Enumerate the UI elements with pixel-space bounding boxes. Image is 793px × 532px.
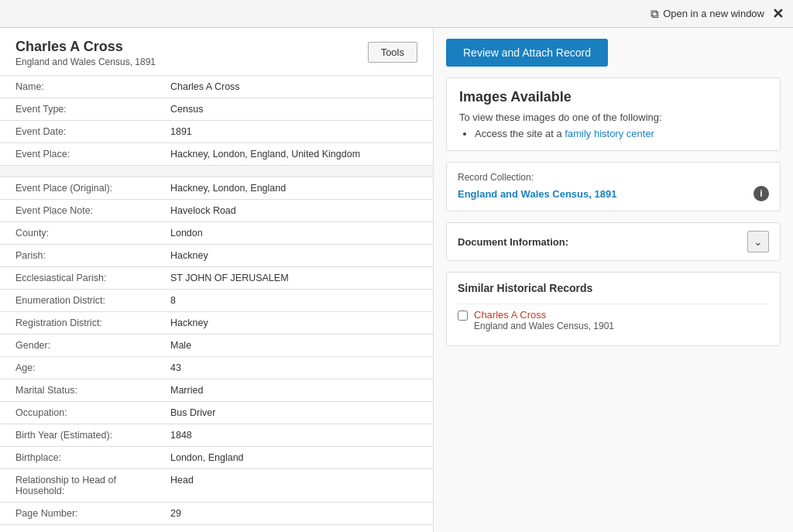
row-value: Charles A Cross [155,76,433,98]
row-label: Event Place: [0,143,155,166]
similar-record-content: Charles A Cross England and Wales Census… [474,309,614,331]
images-available-box: Images Available To view these images do… [446,77,781,151]
table-row: Page Number: 29 [0,503,433,525]
row-label: Parish: [0,245,155,267]
table-row: Name: Charles A Cross [0,76,433,98]
row-label: Gender: [0,335,155,357]
similar-record-item: Charles A Cross England and Wales Census… [458,304,769,336]
open-window-label: Open in a new window [663,8,764,19]
row-value: ST JOHN OF JERUSALEM [155,267,433,290]
images-available-title: Images Available [459,89,767,105]
row-value: London [155,222,433,245]
row-label: Event Place Note: [0,200,155,222]
row-value: Hackney [155,245,433,267]
row-value: Havelock Road [155,200,433,222]
record-table: Name: Charles A Cross Event Type: Census… [0,75,433,532]
similar-record-name[interactable]: Charles A Cross [474,309,614,321]
row-value: London, England [155,447,433,469]
collection-link[interactable]: England and Wales Census, 1891 [458,188,616,200]
row-value: Married [155,379,433,402]
review-attach-button[interactable]: Review and Attach Record [446,39,608,67]
row-value: Head [155,469,433,503]
row-label: Event Type: [0,98,155,121]
similar-record-checkbox[interactable] [458,311,468,321]
row-label: Age: [0,357,155,379]
table-row: Ecclesiastical Parish: ST JOHN OF JERUSA… [0,267,433,290]
table-row: Registration Number: RG12 [0,525,433,533]
bullet-text: Access the site at a [475,128,565,139]
table-row: Event Place (Original): Hackney, London,… [0,177,433,200]
row-value: Male [155,335,433,357]
row-label: Birthplace: [0,447,155,469]
images-list-item: Access the site at a family history cent… [475,128,767,139]
person-info: Charles A Cross England and Wales Census… [15,39,156,67]
open-in-new-window-button[interactable]: ⧉ Open in a new window [651,7,764,21]
row-value: Hackney, London, England, United Kingdom [155,143,433,166]
top-bar: ⧉ Open in a new window ✕ [0,0,793,28]
row-label: County: [0,222,155,245]
table-row: Event Place: Hackney, London, England, U… [0,143,433,166]
table-row: Birthplace: London, England [0,447,433,469]
record-collection-box: Record Collection: England and Wales Cen… [446,162,781,211]
table-row: Marital Status: Married [0,379,433,402]
row-label: Event Place (Original): [0,177,155,200]
row-value: 1891 [155,121,433,143]
family-history-center-link[interactable]: family history center [565,128,654,139]
person-name: Charles A Cross [15,39,156,55]
row-label: Registration District: [0,312,155,335]
table-row: Relationship to Head of Household: Head [0,469,433,503]
row-label: Enumeration District: [0,290,155,312]
record-subtitle: England and Wales Census, 1891 [15,57,156,67]
document-information-box: Document Information: ⌄ [446,222,781,261]
table-row: Occupation: Bus Driver [0,402,433,424]
tools-button[interactable]: Tools [368,42,417,63]
right-panel: Review and Attach Record Images Availabl… [434,28,793,532]
left-panel: Charles A Cross England and Wales Census… [0,28,434,532]
table-row: Enumeration District: 8 [0,290,433,312]
row-value: RG12 [155,525,433,533]
row-label: Event Date: [0,121,155,143]
row-label: Registration Number: [0,525,155,533]
row-value: 1848 [155,424,433,447]
table-row: Parish: Hackney [0,245,433,267]
row-value: Hackney, London, England [155,177,433,200]
row-label: Name: [0,76,155,98]
left-header: Charles A Cross England and Wales Census… [0,28,433,75]
row-label: Birth Year (Estimated): [0,424,155,447]
table-row: Event Date: 1891 [0,121,433,143]
row-value: Hackney [155,312,433,335]
row-value: Bus Driver [155,402,433,424]
row-label: Occupation: [0,402,155,424]
table-row: Birth Year (Estimated): 1848 [0,424,433,447]
row-label: Marital Status: [0,379,155,402]
table-row: Gender: Male [0,335,433,357]
row-value: 43 [155,357,433,379]
images-list: Access the site at a family history cent… [475,128,767,139]
row-value: 8 [155,290,433,312]
table-row: Event Type: Census [0,98,433,121]
table-row: Age: 43 [0,357,433,379]
table-row: County: London [0,222,433,245]
row-value: Census [155,98,433,121]
row-label: Page Number: [0,503,155,525]
similar-records-box: Similar Historical Records Charles A Cro… [446,272,781,346]
document-information-label: Document Information: [458,236,568,248]
similar-record-sub: England and Wales Census, 1901 [474,321,614,331]
row-label: Ecclesiastical Parish: [0,267,155,290]
collection-label: Record Collection: [458,172,769,183]
row-label: Relationship to Head of Household: [0,469,155,503]
table-row: Event Place Note: Havelock Road [0,200,433,222]
images-description: To view these images do one of the follo… [459,112,767,123]
main-content: Charles A Cross England and Wales Census… [0,28,793,532]
document-information-toggle[interactable]: ⌄ [747,231,769,252]
table-row: Registration District: Hackney [0,312,433,335]
row-value: 29 [155,503,433,525]
new-window-icon: ⧉ [651,7,659,21]
similar-records-title: Similar Historical Records [458,282,769,294]
close-button[interactable]: ✕ [772,7,784,21]
info-icon[interactable]: i [754,186,769,201]
collection-row: England and Wales Census, 1891 i [458,186,769,201]
